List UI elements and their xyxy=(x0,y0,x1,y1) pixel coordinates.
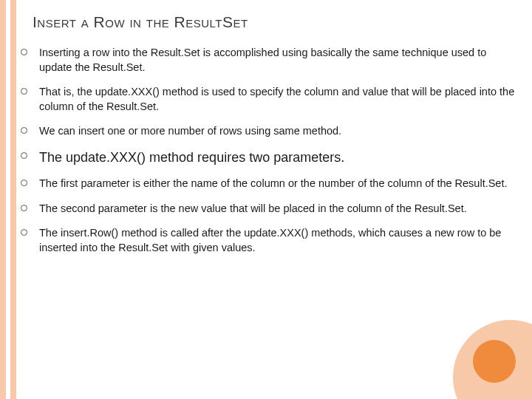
bullet-icon xyxy=(21,127,27,134)
bullet-text: We can insert one or more number of rows… xyxy=(39,124,341,139)
bullet-icon xyxy=(21,49,27,55)
bullet-icon xyxy=(21,152,27,159)
decor-stripe-left-2 xyxy=(10,0,16,399)
bullet-text: The first parameter is either the name o… xyxy=(39,177,507,191)
list-item: Inserting a row into the Result.Set is a… xyxy=(21,46,520,75)
bullet-icon xyxy=(21,88,27,95)
list-item: The update.XXX() method requires two par… xyxy=(21,149,520,166)
bullet-text: The update.XXX() method requires two par… xyxy=(39,149,344,166)
bullet-icon xyxy=(21,229,27,236)
bullet-icon xyxy=(21,205,27,211)
decor-circle-small xyxy=(473,340,516,383)
list-item: The second parameter is the new value th… xyxy=(21,202,520,216)
list-item: The first parameter is either the name o… xyxy=(21,177,520,191)
list-item: The insert.Row() method is called after … xyxy=(21,226,520,255)
bullet-text: Inserting a row into the Result.Set is a… xyxy=(39,46,520,75)
bullet-text: The second parameter is the new value th… xyxy=(39,202,467,216)
bullet-icon xyxy=(21,180,27,186)
list-item: That is, the update.XXX() method is used… xyxy=(21,85,520,114)
slide-title: Insert a Row in the ResultSet xyxy=(33,13,248,31)
bullet-text: That is, the update.XXX() method is used… xyxy=(39,85,520,114)
bullet-list: Inserting a row into the Result.Set is a… xyxy=(21,46,520,265)
bullet-text: The insert.Row() method is called after … xyxy=(39,226,520,255)
list-item: We can insert one or more number of rows… xyxy=(21,124,520,139)
decor-stripe-left-1 xyxy=(0,0,6,399)
